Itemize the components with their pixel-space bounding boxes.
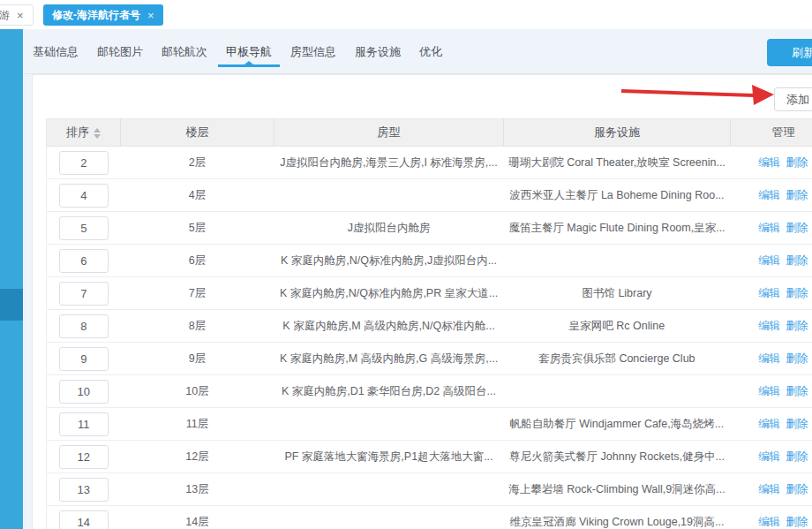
edit-link[interactable]: 编辑 [758, 483, 780, 495]
tab-optimize[interactable]: 优化 [411, 29, 450, 74]
sort-input[interactable] [59, 184, 109, 208]
sort-cell [47, 212, 121, 245]
tab-cruise-voyages[interactable]: 邮轮航次 [154, 29, 215, 74]
rooms-cell: J虚拟阳台内舱房 [274, 212, 504, 245]
window-tab-previous[interactable]: 旅游 × [0, 4, 34, 26]
services-cell: 维京皇冠酒廊 Viking Crown Louge,19洞高... [504, 506, 731, 529]
floor-cell: 10层 [121, 375, 274, 408]
services-cell: 帆船自助餐厅 Windjammer Cafe,海岛烧烤... [504, 408, 731, 441]
delete-link[interactable]: 删除 [786, 189, 808, 201]
edit-link[interactable]: 编辑 [758, 222, 780, 234]
floor-cell: 6层 [121, 245, 274, 277]
manage-cell: 编辑删除 [731, 343, 812, 375]
add-button[interactable]: 添加 [774, 87, 812, 111]
sort-input[interactable] [59, 314, 109, 338]
manage-cell: 编辑删除 [731, 179, 812, 212]
floor-cell: 13层 [121, 473, 274, 506]
table-row: 12层PF 家庭落地大窗海景房,P1超大落地大窗...尊尼火箭美式餐厅 John… [47, 441, 812, 473]
rooms-cell [274, 506, 504, 529]
edit-link[interactable]: 编辑 [758, 418, 780, 430]
sort-cell [47, 245, 121, 277]
edit-link[interactable]: 编辑 [758, 450, 780, 463]
table-row: 9层K 家庭内舱房,M 高级内舱房,G 高级海景房,...套房贵宾俱乐部 Con… [47, 343, 812, 375]
close-icon[interactable]: × [17, 10, 24, 21]
floor-cell: 12层 [121, 441, 274, 473]
edit-link[interactable]: 编辑 [758, 287, 780, 299]
window-tabstrip: 旅游 × 修改-海洋航行者号 × [0, 0, 812, 30]
delete-link[interactable]: 删除 [786, 418, 808, 430]
sort-input[interactable] [59, 510, 109, 529]
delete-link[interactable]: 删除 [786, 156, 808, 169]
table-row: 7层K 家庭内舱房,N/Q标准内舱房,PR 皇家大道...图书馆 Library… [47, 277, 812, 310]
table-row: 13层海上攀岩墙 Rock-Climbing Wall,9洞迷你高...编辑删除 [47, 473, 812, 506]
edit-link[interactable]: 编辑 [758, 189, 780, 201]
tab-cruise-images[interactable]: 邮轮图片 [89, 29, 151, 74]
sidebar-strip [0, 29, 23, 529]
table-row: 5层J虚拟阳台内舱房魔笛主餐厅 Magic Flute Dining Room,… [47, 212, 812, 245]
sort-input[interactable] [59, 412, 109, 436]
sort-cell [47, 473, 121, 506]
sort-input[interactable] [59, 249, 109, 273]
sort-input[interactable] [59, 282, 109, 306]
table-row: 8层K 家庭内舱房,M 高级内舱房,N/Q标准内舱...皇家网吧 Rc Onli… [47, 310, 812, 343]
delete-link[interactable]: 删除 [786, 254, 808, 267]
delete-link[interactable]: 删除 [786, 222, 808, 234]
window-tab-label: 旅游 [0, 8, 10, 23]
content-card: 添加 排序 楼层 房型 服务设施 管理 2层J虚拟阳台 [32, 74, 812, 529]
services-cell: 尊尼火箭美式餐厅 Johnny Rockets,健身中... [504, 441, 731, 473]
floor-cell: 11层 [121, 408, 274, 441]
services-cell: 图书馆 Library [504, 277, 731, 310]
delete-link[interactable]: 删除 [786, 483, 808, 495]
delete-link[interactable]: 删除 [786, 516, 808, 528]
window-tab-label: 修改-海洋航行者号 [52, 8, 140, 23]
sort-caret-icon[interactable] [94, 128, 101, 139]
delete-link[interactable]: 删除 [786, 352, 808, 365]
floor-cell: 14层 [121, 506, 274, 529]
delete-link[interactable]: 删除 [786, 287, 808, 299]
main-area: 基础信息 邮轮图片 邮轮航次 甲板导航 房型信息 服务设施 优化 刷新 添加 [23, 29, 812, 529]
edit-link[interactable]: 编辑 [758, 352, 780, 365]
edit-link[interactable]: 编辑 [758, 516, 780, 528]
tab-deck-navigation[interactable]: 甲板导航 [218, 29, 280, 74]
sort-input[interactable] [59, 347, 109, 371]
sort-input[interactable] [59, 478, 109, 502]
sort-input[interactable] [59, 445, 109, 469]
services-cell: 套房贵宾俱乐部 Concierge Club [504, 343, 731, 375]
tab-services[interactable]: 服务设施 [347, 29, 409, 74]
table-row: 11层帆船自助餐厅 Windjammer Cafe,海岛烧烤...编辑删除 [47, 408, 812, 441]
sort-cell [47, 147, 121, 179]
window-tab-active[interactable]: 修改-海洋航行者号 × [43, 4, 163, 26]
delete-link[interactable]: 删除 [786, 320, 808, 332]
tab-room-info[interactable]: 房型信息 [282, 29, 344, 74]
tab-basic-info[interactable]: 基础信息 [25, 29, 86, 74]
deck-table: 排序 楼层 房型 服务设施 管理 2层J虚拟阳台内舱房,海景三人房,I 标准海景… [46, 118, 812, 529]
floor-cell: 5层 [121, 212, 274, 245]
edit-link[interactable]: 编辑 [758, 156, 780, 169]
delete-link[interactable]: 删除 [786, 385, 808, 397]
sort-input[interactable] [59, 380, 109, 404]
rooms-cell [274, 179, 504, 212]
edit-link[interactable]: 编辑 [758, 385, 780, 397]
floor-cell: 4层 [121, 179, 274, 212]
section-nav: 基础信息 邮轮图片 邮轮航次 甲板导航 房型信息 服务设施 优化 刷新 [23, 29, 812, 74]
delete-link[interactable]: 删除 [786, 450, 808, 463]
services-cell [504, 245, 731, 277]
services-cell [504, 375, 731, 408]
sort-cell [47, 441, 121, 473]
rooms-cell: K 家庭内舱房,M 高级内舱房,N/Q标准内舱... [274, 310, 504, 343]
edit-link[interactable]: 编辑 [758, 320, 780, 332]
table-header-row: 排序 楼层 房型 服务设施 管理 [47, 119, 812, 147]
table-row: 6层K 家庭内舱房,N/Q标准内舱房,J虚拟阳台内...编辑删除 [47, 245, 812, 277]
sort-input[interactable] [59, 151, 109, 175]
floor-cell: 8层 [121, 310, 274, 343]
manage-cell: 编辑删除 [731, 441, 812, 473]
refresh-button[interactable]: 刷新 [767, 39, 812, 66]
edit-link[interactable]: 编辑 [758, 254, 780, 267]
column-header-label: 排序 [66, 125, 89, 139]
manage-cell: 编辑删除 [731, 506, 812, 529]
floor-cell: 9层 [121, 343, 274, 375]
sort-input[interactable] [59, 216, 109, 240]
sidebar-active-item[interactable] [0, 289, 23, 321]
close-icon[interactable]: × [147, 10, 154, 21]
column-header-rooms: 房型 [274, 119, 504, 147]
